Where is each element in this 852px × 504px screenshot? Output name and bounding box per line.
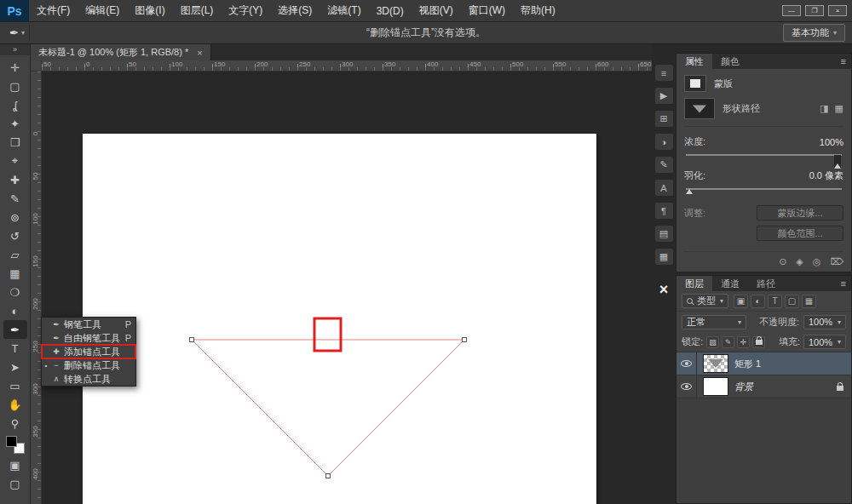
toolbar-expand-icon[interactable]: » (0, 44, 30, 55)
marquee-tool[interactable]: ▢ (3, 77, 27, 95)
lock-transparency-icon[interactable]: ▨ (706, 336, 719, 348)
maximize-button[interactable]: ❐ (805, 5, 824, 16)
gradient-tool[interactable]: ▦ (3, 264, 27, 283)
healing-brush-tool[interactable]: ✚ (3, 170, 27, 189)
document-tab[interactable]: 未标题-1 @ 100% (矩形 1, RGB/8) * × (31, 44, 211, 60)
path-outline[interactable] (192, 340, 464, 476)
styles-panel-icon[interactable]: ⊞ (655, 111, 673, 127)
mask-edge-button[interactable]: 蒙版边缘... (757, 205, 843, 220)
layer-name[interactable]: 背景 (734, 381, 753, 393)
lasso-tool[interactable]: ʆ (3, 95, 27, 114)
menu-item-2[interactable]: 图像(I) (127, 0, 172, 21)
layer-row-background[interactable]: 背景 (676, 375, 851, 398)
menu-item-9[interactable]: 窗口(W) (461, 0, 513, 21)
opacity-dropdown[interactable]: 100% ▾ (803, 315, 846, 329)
slider-thumb[interactable] (686, 189, 693, 194)
clone-stamp-tool[interactable]: ⊚ (3, 208, 27, 226)
pen-tool[interactable]: ✒ (3, 320, 27, 339)
filter-pixel-icon[interactable]: ▣ (734, 295, 748, 308)
menu-item-4[interactable]: 文字(Y) (221, 0, 270, 21)
eraser-tool[interactable]: ▱ (3, 245, 27, 264)
tool-preset-dropdown[interactable]: ✒ ▾ (5, 25, 30, 41)
flyout-item-add-anchor[interactable]: ✚添加锚点工具 (42, 345, 135, 358)
anchor-point[interactable] (190, 338, 194, 342)
history-panel-icon[interactable]: ≡ (655, 65, 673, 81)
tab-color[interactable]: 颜色 (712, 54, 748, 69)
lock-paint-icon[interactable]: ✎ (722, 336, 734, 348)
feather-value[interactable]: 0.0 像素 (809, 169, 843, 182)
tab-paths[interactable]: 路径 (748, 276, 784, 291)
path-selection-tool[interactable]: ➤ (3, 358, 27, 376)
adjustments-panel-icon[interactable]: ◑ (655, 134, 673, 150)
mask-badge-icon[interactable]: ▦ (835, 103, 843, 114)
apply-mask-icon[interactable]: ◈ (796, 256, 803, 267)
brush-tool[interactable]: ✎ (3, 189, 27, 208)
minimize-button[interactable]: — (782, 5, 801, 16)
paragraph-panel-icon[interactable]: ¶ (655, 203, 673, 219)
vector-mask-icon[interactable]: ◨ (820, 103, 828, 114)
layer-thumbnail[interactable] (703, 354, 728, 373)
eyedropper-tool[interactable]: ⌖ (3, 152, 27, 170)
menu-item-1[interactable]: 编辑(E) (78, 0, 127, 21)
tab-properties[interactable]: 属性 (676, 54, 712, 69)
blend-mode-dropdown[interactable]: 正常 ▾ (682, 315, 746, 329)
shape-tool[interactable]: ▭ (3, 376, 27, 395)
layer-name[interactable]: 矩形 1 (734, 358, 761, 370)
slider-thumb[interactable] (834, 155, 841, 169)
density-value[interactable]: 100% (820, 137, 843, 147)
crop-tool[interactable]: ❒ (3, 133, 27, 152)
blur-tool[interactable]: ❍ (3, 283, 27, 301)
layer-thumbnail[interactable] (703, 377, 728, 396)
anchor-point[interactable] (326, 474, 331, 478)
flyout-item-convert-point[interactable]: ∧转换点工具 (42, 372, 135, 386)
canvas-area[interactable]: 050100150200250300350400450 (31, 72, 652, 504)
menu-item-6[interactable]: 滤镜(T) (320, 0, 368, 21)
filter-shape-icon[interactable]: ▢ (785, 295, 799, 308)
tab-layers[interactable]: 图层 (676, 276, 712, 291)
menu-item-7[interactable]: 3D(D) (369, 0, 412, 21)
layer-row-rectangle-1[interactable]: 矩形 1 (676, 352, 851, 375)
menu-item-5[interactable]: 选择(S) (270, 0, 320, 21)
layer-filter-dropdown[interactable]: 类型 ▾ (682, 294, 728, 308)
menu-item-8[interactable]: 视图(V) (412, 0, 461, 21)
anchor-point[interactable] (463, 338, 467, 342)
menu-item-0[interactable]: 文件(F) (29, 0, 78, 21)
shape-path-thumbnail[interactable] (684, 98, 715, 119)
foreground-background-swatches[interactable] (6, 436, 25, 454)
tab-channels[interactable]: 通道 (712, 276, 748, 291)
document-canvas[interactable] (83, 134, 596, 504)
close-panel-icon[interactable]: × (655, 282, 673, 298)
fill-dropdown[interactable]: 100% ▾ (803, 335, 846, 349)
panel-menu-icon[interactable]: ≡ (836, 276, 851, 291)
screen-mode-button[interactable]: ▢ (3, 474, 27, 493)
color-range-button[interactable]: 颜色范围... (757, 226, 843, 241)
filter-type-icon[interactable]: T (768, 295, 782, 308)
menu-item-10[interactable]: 帮助(H) (513, 0, 563, 21)
lock-all-icon[interactable] (752, 336, 765, 348)
load-selection-icon[interactable]: ⊙ (779, 256, 786, 267)
history-brush-tool[interactable]: ↺ (3, 226, 27, 245)
filter-smart-object-icon[interactable]: ▦ (802, 295, 816, 308)
navigator-panel-icon[interactable]: ▦ (655, 249, 673, 265)
type-tool[interactable]: T (3, 339, 27, 358)
character-panel-icon[interactable]: A (655, 180, 673, 196)
disable-mask-icon[interactable]: ◎ (813, 256, 821, 267)
actions-panel-icon[interactable]: ▶ (655, 88, 673, 104)
flyout-item-freeform-pen[interactable]: ✒自由钢笔工具P (42, 331, 135, 345)
filter-adjustment-icon[interactable]: ◐ (751, 295, 765, 308)
menu-item-3[interactable]: 图层(L) (173, 0, 222, 21)
dodge-tool[interactable]: ◐ (3, 301, 27, 320)
zoom-tool[interactable]: ⚲ (3, 414, 27, 432)
density-slider[interactable] (686, 150, 842, 161)
quick-selection-tool[interactable]: ✦ (3, 114, 27, 133)
brush-presets-panel-icon[interactable]: ✎ (655, 157, 673, 173)
delete-mask-icon[interactable]: ⌦ (830, 256, 843, 267)
move-tool[interactable]: ✛ (3, 58, 27, 77)
hand-tool[interactable]: ✋ (3, 395, 27, 414)
close-icon[interactable]: × (197, 48, 202, 58)
flyout-item-delete-anchor[interactable]: •−删除锚点工具 (42, 358, 135, 372)
foreground-color-swatch[interactable] (6, 436, 17, 447)
panel-menu-icon[interactable]: ≡ (836, 54, 851, 69)
info-panel-icon[interactable]: ▤ (655, 226, 673, 242)
flyout-item-pen[interactable]: ✒钢笔工具P (42, 318, 135, 331)
